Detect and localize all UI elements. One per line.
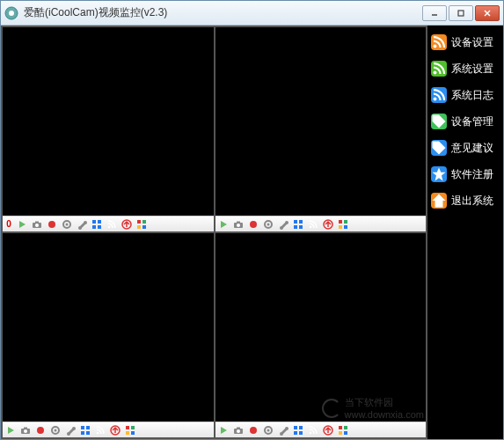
sidebar-item[interactable]: 系统设置 bbox=[431, 59, 500, 78]
svg-rect-8 bbox=[35, 221, 39, 223]
svg-rect-32 bbox=[294, 225, 297, 229]
fullscreen-icon[interactable] bbox=[91, 218, 103, 231]
camera-icon[interactable] bbox=[31, 218, 43, 231]
upload-icon[interactable] bbox=[121, 218, 133, 231]
svg-rect-56 bbox=[131, 431, 135, 435]
svg-point-60 bbox=[237, 429, 240, 433]
camera-icon[interactable] bbox=[232, 424, 245, 436]
svg-rect-37 bbox=[344, 220, 347, 224]
svg-rect-73 bbox=[344, 431, 347, 435]
svg-point-9 bbox=[35, 224, 39, 227]
sidebar-item-label: 系统日志 bbox=[451, 88, 493, 103]
svg-rect-38 bbox=[339, 225, 342, 229]
camera-toolbar bbox=[3, 422, 214, 437]
svg-point-34 bbox=[309, 225, 311, 228]
sidebar-item-label: 意见建议 bbox=[451, 141, 493, 156]
fullscreen-icon[interactable] bbox=[292, 424, 304, 436]
camera-cell[interactable]: 0 bbox=[3, 27, 214, 231]
record-icon[interactable] bbox=[247, 424, 259, 436]
feed-icon[interactable] bbox=[94, 424, 106, 436]
maximize-button[interactable] bbox=[449, 5, 473, 21]
camera-grid: 0 bbox=[1, 26, 427, 439]
wrench-icon[interactable] bbox=[64, 424, 77, 436]
sidebar-item[interactable]: 设备设置 bbox=[431, 33, 500, 52]
svg-marker-57 bbox=[221, 427, 227, 434]
grid-icon[interactable] bbox=[337, 424, 349, 436]
window-controls bbox=[420, 5, 500, 21]
wrench-icon[interactable] bbox=[76, 218, 88, 231]
play-icon[interactable] bbox=[217, 218, 230, 231]
svg-point-63 bbox=[267, 429, 269, 431]
svg-rect-15 bbox=[92, 225, 96, 229]
gear-icon[interactable] bbox=[262, 424, 274, 436]
sidebar-item[interactable]: 意见建议 bbox=[431, 138, 500, 158]
svg-marker-6 bbox=[19, 221, 26, 228]
upload-icon[interactable] bbox=[322, 218, 334, 231]
sidebar-item[interactable]: 软件注册 bbox=[431, 165, 500, 184]
camera-toolbar: 0 bbox=[3, 216, 214, 231]
sidebar-item[interactable]: 设备管理 bbox=[431, 112, 500, 131]
feed-icon[interactable] bbox=[307, 424, 319, 436]
gear-icon[interactable] bbox=[49, 424, 62, 436]
camera-cell[interactable] bbox=[215, 233, 427, 437]
svg-point-43 bbox=[24, 429, 27, 433]
grid-icon[interactable] bbox=[124, 424, 136, 436]
camera-video[interactable] bbox=[215, 27, 427, 216]
svg-rect-14 bbox=[98, 220, 101, 224]
record-icon[interactable] bbox=[34, 424, 47, 436]
feed-icon[interactable] bbox=[106, 218, 118, 231]
svg-rect-42 bbox=[24, 427, 27, 429]
play-icon[interactable] bbox=[4, 424, 17, 436]
sidebar-item[interactable]: 退出系统 bbox=[431, 191, 500, 210]
svg-rect-22 bbox=[142, 225, 146, 229]
svg-rect-71 bbox=[344, 426, 347, 429]
svg-rect-55 bbox=[126, 431, 129, 435]
record-icon[interactable] bbox=[247, 218, 259, 231]
svg-rect-70 bbox=[339, 426, 342, 429]
wrench-icon[interactable] bbox=[277, 218, 289, 231]
upload-icon[interactable] bbox=[322, 424, 334, 436]
svg-rect-19 bbox=[137, 220, 141, 224]
svg-point-74 bbox=[434, 45, 437, 48]
camera-index: 0 bbox=[4, 219, 13, 229]
camera-video[interactable] bbox=[3, 27, 214, 216]
svg-point-76 bbox=[434, 98, 437, 101]
titlebar: 爱酷(iCoolCam)视频监控(v2.3) bbox=[1, 1, 503, 26]
upload-icon[interactable] bbox=[109, 424, 121, 436]
gear-icon[interactable] bbox=[61, 218, 73, 231]
grid-icon[interactable] bbox=[337, 218, 349, 231]
sidebar-item-label: 退出系统 bbox=[451, 194, 493, 209]
gear-icon[interactable] bbox=[262, 218, 274, 231]
svg-rect-48 bbox=[86, 426, 90, 429]
camera-video[interactable] bbox=[215, 233, 427, 422]
feed-icon[interactable] bbox=[307, 218, 319, 231]
fullscreen-icon[interactable] bbox=[292, 218, 304, 231]
record-icon[interactable] bbox=[46, 218, 58, 231]
rss-icon bbox=[431, 61, 447, 77]
home-icon bbox=[431, 193, 447, 209]
wrench-icon[interactable] bbox=[277, 424, 289, 436]
svg-rect-67 bbox=[299, 431, 303, 435]
fullscreen-icon[interactable] bbox=[79, 424, 91, 436]
svg-rect-64 bbox=[294, 426, 297, 429]
svg-rect-54 bbox=[131, 426, 135, 429]
svg-rect-72 bbox=[339, 431, 342, 435]
camera-icon[interactable] bbox=[19, 424, 32, 436]
svg-point-68 bbox=[309, 431, 311, 434]
camera-video[interactable] bbox=[3, 233, 214, 422]
play-icon[interactable] bbox=[16, 218, 28, 231]
play-icon[interactable] bbox=[217, 424, 230, 436]
close-button[interactable] bbox=[475, 5, 500, 21]
sidebar-item-label: 设备设置 bbox=[451, 35, 493, 50]
camera-cell[interactable] bbox=[3, 233, 214, 437]
svg-rect-49 bbox=[81, 431, 84, 435]
sidebar-item[interactable]: 系统日志 bbox=[431, 85, 500, 105]
camera-cell[interactable] bbox=[215, 27, 427, 231]
rss-icon bbox=[431, 34, 447, 50]
camera-toolbar bbox=[215, 216, 427, 231]
minimize-button[interactable] bbox=[422, 5, 447, 21]
app-window: 爱酷(iCoolCam)视频监控(v2.3) 0 设备设置系统设置系统日志设备管… bbox=[0, 0, 504, 440]
grid-icon[interactable] bbox=[135, 218, 148, 231]
client-area: 0 设备设置系统设置系统日志设备管理意见建议软件注册退出系统 当下软件园 www… bbox=[1, 26, 503, 439]
camera-icon[interactable] bbox=[232, 218, 245, 231]
